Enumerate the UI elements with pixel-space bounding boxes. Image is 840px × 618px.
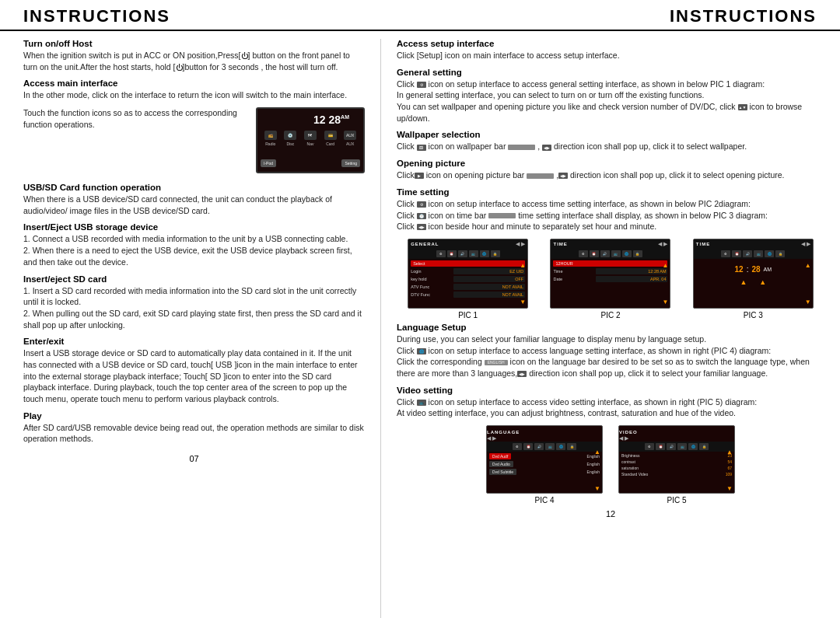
- pic2-highlight: 12HOUR: [553, 260, 667, 267]
- section-text-access-setup: Click [Setup] icon on main interface to …: [397, 50, 824, 61]
- pic1-row1: Login EZ UID: [411, 268, 525, 274]
- section-insert-eject-usb: Insert/Eject USB storage device 1. Conne…: [23, 222, 365, 267]
- section-title-general-setting: General setting: [397, 68, 824, 77]
- pic4-arrow-left: ◀: [487, 435, 491, 442]
- section-text-insert-eject-sd: 1. Insert a SD card recorded with media …: [23, 285, 365, 331]
- section-turn-on-off: Turn on/off Host When the ignition switc…: [23, 39, 365, 72]
- pic2-arrow-right: ▶: [663, 241, 667, 247]
- video-icon: 📺: [417, 400, 426, 406]
- section-title-wallpaper: Wallpaper selection: [397, 130, 824, 139]
- pic5-label2: contrast: [621, 459, 668, 464]
- section-touch-icons: 12 28AM 📻 Radio 💿 Disc 🗺: [23, 107, 365, 176]
- pic2-value2: APR. 04: [596, 276, 667, 282]
- pic4-row3: Dvd Subtitle English: [489, 469, 600, 475]
- pic4-up-arrow: ▲: [594, 449, 600, 456]
- section-title-video-setting: Video setting: [397, 386, 824, 395]
- opening-icon: ▶: [415, 173, 424, 179]
- pic5-icon1: ⚙: [645, 443, 654, 450]
- pic3-icon1: ⚙: [721, 250, 730, 257]
- section-video-setting: Video setting Click 📺 icon on setup inte…: [397, 386, 824, 419]
- section-title-access-setup: Access setup interface: [397, 39, 824, 48]
- pic4-container: LANGUAGE ◀ ▶ ⚙ ⏰ 🔊 📺 🌐 🔒: [486, 425, 603, 505]
- pic3-icon-row: ⚙ ⏰ 🔊 📺 🌐 🔒: [694, 249, 813, 259]
- aux-icon-item: AUX AUX: [344, 131, 356, 146]
- pic4-icon1: ⚙: [513, 443, 522, 450]
- pic3-body: 12 : 28 AM ▲ ▲: [694, 259, 813, 288]
- pic5-container: VIDEO ◀ ▶ ⚙ ⏰ 🔊 📺 🌐 🔒: [618, 425, 735, 505]
- aux-icon: AUX: [344, 131, 356, 140]
- section-general-setting: General setting Click ⚙ icon on setup in…: [397, 68, 824, 124]
- pic3-icon5: 🌐: [765, 250, 774, 257]
- pic3-title: TIME: [696, 242, 710, 246]
- pic3-down-arrow: ▼: [805, 299, 811, 306]
- direction-icon: ◀▶: [542, 145, 551, 151]
- pic4-screen: LANGUAGE ◀ ▶ ⚙ ⏰ 🔊 📺 🌐 🔒: [486, 425, 603, 494]
- icon-row: 📻 Radio 💿 Disc 🗺 Nav: [261, 131, 360, 146]
- pic3-scroll: ▲ ▼: [805, 263, 811, 306]
- pic5-icon4: 📺: [677, 443, 687, 450]
- pic1-container: GENERAL ◀ ▶ ⚙ ⏰ 🔊 📺 🌐 🔒: [408, 239, 528, 319]
- pics-row-45: LANGUAGE ◀ ▶ ⚙ ⏰ 🔊 📺 🌐 🔒: [397, 425, 824, 505]
- section-title-insert-eject-usb: Insert/Eject USB storage device: [23, 222, 365, 232]
- pic2-header-icons: ◀ ▶: [658, 241, 667, 247]
- pic2-up-arrow: ▲: [663, 263, 669, 269]
- pic2-label2: Date: [553, 277, 596, 281]
- pic4-arrow-right: ▶: [492, 435, 496, 442]
- left-column: Turn on/off Host When the ignition switc…: [0, 39, 381, 618]
- pic2-title: TIME: [553, 242, 567, 246]
- pic5-down-arrow: ▼: [726, 486, 733, 492]
- pic5-icon2: ⏰: [656, 443, 665, 450]
- pic2-label1: Time: [553, 269, 596, 274]
- section-time-setting: Time setting Click ⚙ icon on setup inter…: [397, 187, 824, 232]
- section-title-access-main: Access main interface: [23, 79, 365, 88]
- pic2-value1: 12:28 AM: [596, 268, 667, 274]
- ipod-button: I-Pod: [261, 159, 276, 167]
- card-icon: 💳: [324, 131, 337, 140]
- pic2-body: 12HOUR Time 12:28 AM Date APR. 04: [551, 259, 670, 285]
- pic1-icon6: 🔒: [491, 250, 500, 257]
- pic3-min-up: ▲: [759, 278, 766, 286]
- pic1-highlight: Select: [411, 260, 525, 267]
- pic3-icon6: 🔒: [775, 250, 785, 257]
- section-title-turn-on-off: Turn on/off Host: [23, 39, 365, 48]
- pic5-icon-row: ⚙ ⏰ 🔊 📺 🌐 🔒: [619, 442, 734, 452]
- pics-row-123: GENERAL ◀ ▶ ⚙ ⏰ 🔊 📺 🌐 🔒: [397, 239, 824, 319]
- pic5-body: Brightness 23 contrast 54 saturation 67: [619, 452, 734, 480]
- pic1-label2: key hold: [411, 277, 453, 281]
- pic1-value4: NOT AVAIL: [453, 292, 525, 298]
- pic4-label: PIC 4: [534, 496, 554, 505]
- section-title-enter-exit: Enter/exit: [23, 337, 365, 346]
- pic4-icon5: 🌐: [556, 443, 565, 450]
- pic5-label3: saturation: [621, 466, 668, 470]
- pic3-colon: :: [747, 265, 749, 274]
- pic3-container: TIME ◀ ▶ ⚙ ⏰ 🔊 📺 🌐 🔒: [693, 239, 814, 319]
- general-setting-icon: ⚙: [417, 82, 426, 88]
- disc-icon: 💿: [284, 131, 296, 140]
- pic1-body: Select Login EZ UID key hold OFF ATV Fun…: [408, 259, 527, 301]
- section-title-play: Play: [23, 411, 365, 421]
- pic2-screen: TIME ◀ ▶ ⚙ ⏰ 🔊 📺 🌐 🔒: [550, 239, 670, 309]
- device-bottom-row: I-Pod Setting: [261, 159, 360, 167]
- direction-icon3: ◀▶: [517, 371, 527, 377]
- left-title: INSTRUCTIONS: [23, 6, 170, 26]
- section-text-time-setting: Click ⚙ icon on setup interface to acces…: [397, 198, 824, 232]
- header-right: INSTRUCTIONS: [670, 6, 817, 26]
- section-access-setup: Access setup interface Click [Setup] ico…: [397, 39, 824, 61]
- card-icon-item: 💳 Card: [324, 131, 337, 146]
- pic1-label1: Login: [411, 269, 453, 274]
- section-text-enter-exit: Insert a USB storage device or SD card t…: [23, 347, 365, 404]
- pic2-icon2: ⏰: [590, 250, 599, 257]
- pic1-row2: key hold OFF: [411, 276, 525, 282]
- pic4-title: LANGUAGE: [487, 430, 520, 435]
- pic1-scroll: ▲ ▼: [520, 263, 526, 306]
- pic1-row4: DTV Func NOT AVAIL: [411, 292, 525, 298]
- pic1-header: GENERAL ◀ ▶: [408, 239, 527, 249]
- pic2-container: TIME ◀ ▶ ⚙ ⏰ 🔊 📺 🌐 🔒: [550, 239, 670, 319]
- pic1-icon4: 📺: [469, 250, 478, 257]
- pic5-scroll: ▲ ▼: [726, 449, 733, 492]
- pic2-icon1: ⚙: [579, 250, 588, 257]
- pic3-minute: 28: [751, 265, 760, 274]
- pic2-down-arrow: ▼: [663, 299, 669, 306]
- pic4-row2: Dvd Audio English: [489, 461, 600, 467]
- pic1-down-arrow: ▼: [520, 299, 526, 306]
